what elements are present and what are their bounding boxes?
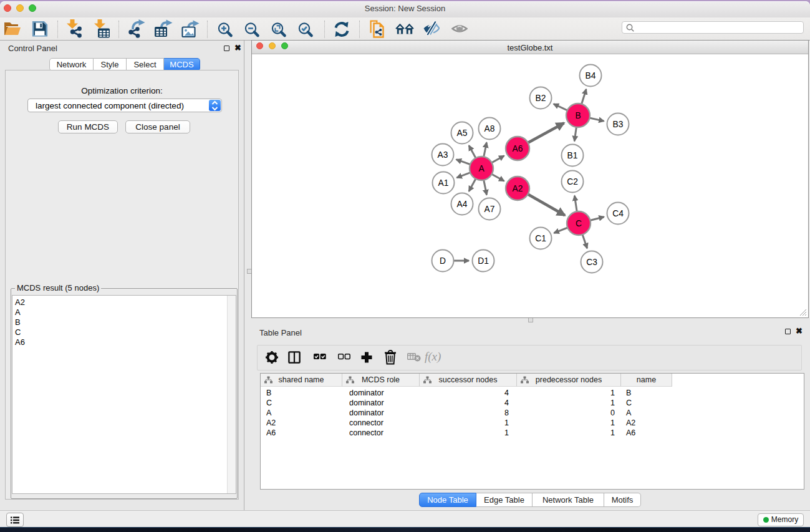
svg-text:C: C (576, 219, 582, 228)
svg-text:A8: A8 (485, 124, 495, 133)
svg-text:A5: A5 (457, 128, 468, 138)
svg-text:C3: C3 (586, 258, 597, 267)
svg-text:B2: B2 (536, 94, 546, 103)
svg-text:D: D (440, 256, 446, 266)
svg-text:A1: A1 (438, 178, 449, 188)
svg-text:B4: B4 (586, 71, 596, 80)
svg-text:A: A (478, 164, 485, 173)
svg-text:A7: A7 (485, 205, 495, 214)
svg-text:C2: C2 (567, 177, 578, 186)
svg-text:A4: A4 (457, 200, 468, 209)
svg-text:A6: A6 (513, 144, 523, 153)
svg-text:A2: A2 (513, 184, 523, 193)
svg-text:C1: C1 (535, 234, 546, 243)
svg-text:A3: A3 (438, 150, 448, 160)
svg-text:C4: C4 (612, 209, 624, 218)
svg-text:B: B (575, 111, 581, 120)
svg-text:B3: B3 (613, 120, 624, 129)
svg-text:D1: D1 (478, 256, 489, 266)
svg-text:B1: B1 (567, 151, 578, 160)
